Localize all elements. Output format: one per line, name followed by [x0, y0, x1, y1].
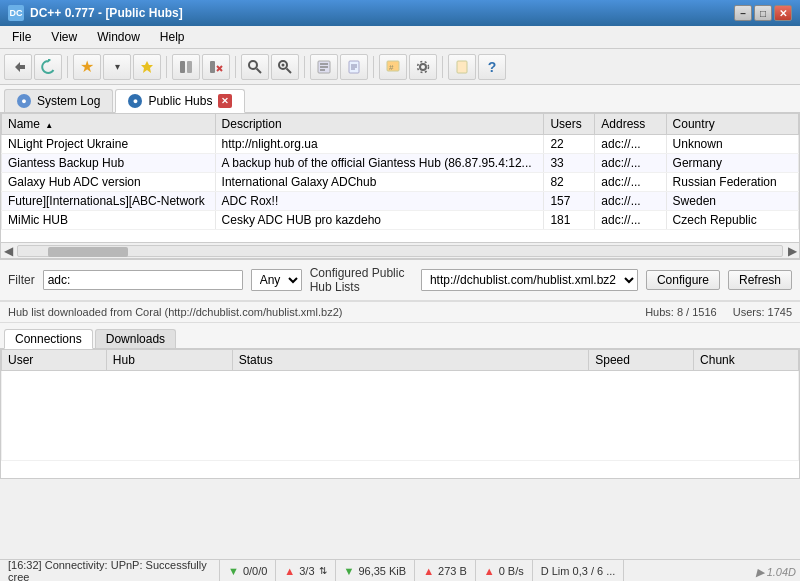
dl-speed-icon: ▼ [344, 565, 355, 577]
user-count: Users: 1745 [733, 306, 792, 318]
sep5 [373, 56, 374, 78]
connectivity-text: [16:32] Connectivity: UPnP: Successfully… [8, 559, 211, 582]
col-country[interactable]: Country [666, 114, 798, 135]
download-speed-status: ▼ 96,35 KiB [336, 560, 416, 581]
hub-address: adc://... [595, 211, 666, 230]
connectivity-status: [16:32] Connectivity: UPnP: Successfully… [0, 560, 220, 581]
connect-button[interactable] [172, 54, 200, 80]
hub-users: 82 [544, 173, 595, 192]
configure-button[interactable]: Configure [646, 270, 720, 290]
table-row[interactable]: NLight Project Ukraine http://nlight.org… [2, 135, 799, 154]
table-row[interactable]: Future][InternationaLs][ABC-Network ADC … [2, 192, 799, 211]
lim-status: D Lim 0,3 / 6 ... [533, 560, 625, 581]
hub-count: Hubs: 8 / 1516 [645, 306, 717, 318]
filter-input[interactable] [43, 270, 243, 290]
hub-desc: http://nlight.org.ua [215, 135, 544, 154]
ul-speed-text: 273 B [438, 565, 467, 577]
table-row[interactable]: MiMic HUB Cesky ADC HUB pro kazdeho 181 … [2, 211, 799, 230]
hub-country: Unknown [666, 135, 798, 154]
hub-desc: ADC Rox!! [215, 192, 544, 211]
col-user[interactable]: User [2, 350, 107, 371]
bottom-panel[interactable]: User Hub Status Speed Chunk Downloads [0, 349, 800, 479]
config-label: Configured Public Hub Lists [310, 266, 413, 294]
tab-downloads[interactable]: Downloads [95, 329, 176, 348]
filter-row: Filter Any All Configured Public Hub Lis… [0, 260, 800, 301]
hub-country: Germany [666, 154, 798, 173]
transfers-status: ▲ 3/3 ⇅ [276, 560, 335, 581]
watermark: ▶ 1.04D [756, 566, 796, 579]
col-speed[interactable]: Speed [589, 350, 694, 371]
col-address[interactable]: Address [595, 114, 666, 135]
sep4 [304, 56, 305, 78]
hub-country: Czech Republic [666, 211, 798, 230]
svg-marker-0 [141, 61, 153, 73]
close-button[interactable]: ✕ [774, 5, 792, 21]
bottom-tabs-container: Connections Downloads [0, 323, 800, 349]
hub-desc: International Galaxy ADChub [215, 173, 544, 192]
rate-icon: ▲ [484, 565, 495, 577]
app-icon: DC [8, 5, 24, 21]
menu-file[interactable]: File [4, 28, 39, 46]
svg-rect-1 [180, 61, 185, 73]
pubhubs-tab-close[interactable]: ✕ [218, 94, 232, 108]
disconnect-button[interactable] [202, 54, 230, 80]
sort-arrow-name: ▲ [45, 121, 53, 130]
tab-syslog[interactable]: ● System Log [4, 89, 113, 112]
hub-list-url-select[interactable]: http://dchublist.com/hublist.xml.bz2 [421, 269, 638, 291]
filter-match-select[interactable]: Any All [251, 269, 302, 291]
hub-address: adc://... [595, 192, 666, 211]
pubhubs-tab-label: Public Hubs [148, 94, 212, 108]
menu-window[interactable]: Window [89, 28, 148, 46]
add-favorite-button[interactable] [133, 54, 161, 80]
rate-text: 0 B/s [499, 565, 524, 577]
col-users[interactable]: Users [544, 114, 595, 135]
maximize-button[interactable]: □ [754, 5, 772, 21]
menu-help[interactable]: Help [152, 28, 193, 46]
reload-button[interactable] [34, 54, 62, 80]
hub-status-text: Hub list downloaded from Coral (http://d… [8, 306, 342, 318]
svg-line-9 [287, 68, 292, 73]
minimize-button[interactable]: – [734, 5, 752, 21]
hub-name: NLight Project Ukraine [2, 135, 216, 154]
table-row[interactable]: Galaxy Hub ADC version International Gal… [2, 173, 799, 192]
about-button[interactable]: ? [478, 54, 506, 80]
col-chunk[interactable]: Chunk [694, 350, 799, 371]
spy-button[interactable] [271, 54, 299, 80]
hub-table-container[interactable]: Name ▲ Description Users Address Country… [1, 113, 799, 243]
svg-point-6 [249, 61, 257, 69]
hubs-tab-icon: ● [128, 94, 142, 108]
hub-desc: Cesky ADC HUB pro kazdeho [215, 211, 544, 230]
syslog-tab-icon: ● [17, 94, 31, 108]
favorites-button[interactable]: ★ [73, 54, 101, 80]
refresh-button[interactable]: Refresh [728, 270, 792, 290]
hash-button[interactable]: # [379, 54, 407, 80]
col-name[interactable]: Name ▲ [2, 114, 216, 135]
filter-label: Filter [8, 273, 35, 287]
dl-speed-text: 96,35 KiB [358, 565, 406, 577]
adl-button[interactable] [310, 54, 338, 80]
col-status[interactable]: Status [232, 350, 589, 371]
search-button[interactable] [241, 54, 269, 80]
hub-address: adc://... [595, 154, 666, 173]
settings-button[interactable] [409, 54, 437, 80]
col-hub[interactable]: Hub [106, 350, 232, 371]
hub-users: 33 [544, 154, 595, 173]
hub-table: Name ▲ Description Users Address Country… [1, 113, 799, 230]
lim-text: D Lim 0,3 / 6 ... [541, 565, 616, 577]
table-row[interactable]: Giantess Backup Hub A backup hub of the … [2, 154, 799, 173]
notepad-button[interactable] [448, 54, 476, 80]
filelist-button[interactable] [340, 54, 368, 80]
back-button[interactable] [4, 54, 32, 80]
favorites-arrow-button[interactable]: ▾ [103, 54, 131, 80]
svg-rect-2 [187, 61, 192, 73]
menubar: File View Window Help [0, 26, 800, 49]
col-desc[interactable]: Description [215, 114, 544, 135]
sep3 [235, 56, 236, 78]
hscroll-bar[interactable]: ◀ ▶ [1, 243, 799, 259]
ul-speed-icon: ▲ [423, 565, 434, 577]
bottom-table: User Hub Status Speed Chunk [1, 349, 799, 461]
tab-connections[interactable]: Connections [4, 329, 93, 349]
config-section: Configured Public Hub Lists http://dchub… [310, 266, 792, 294]
tab-pubhubs[interactable]: ● Public Hubs ✕ [115, 89, 245, 113]
menu-view[interactable]: View [43, 28, 85, 46]
